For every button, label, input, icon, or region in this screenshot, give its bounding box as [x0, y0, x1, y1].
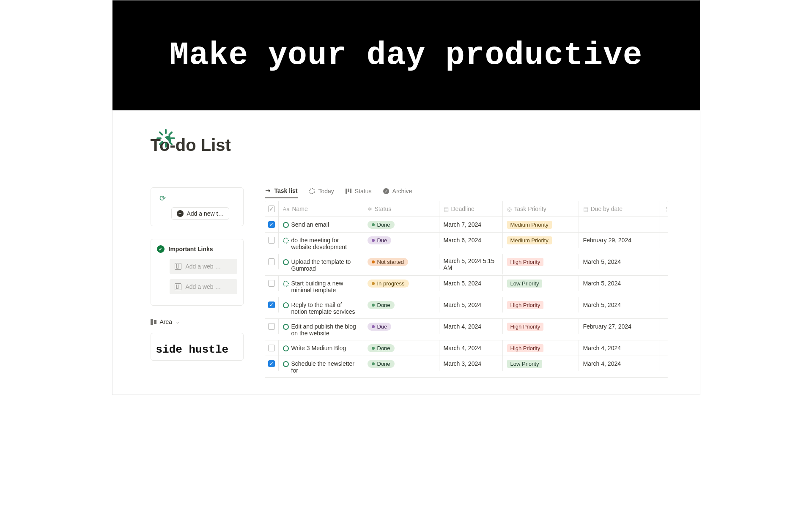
table-row[interactable]: Upload the template to GumroadNot starte…	[265, 254, 668, 276]
col-deadline[interactable]: ▤Deadline	[439, 201, 503, 217]
deadline-text: March 5, 2024	[444, 280, 482, 287]
tab-today[interactable]: Today	[309, 188, 334, 198]
cell-priority[interactable]: High Priority	[503, 254, 579, 269]
due-text: March 5, 2024	[583, 280, 621, 287]
col-status[interactable]: ✲Status	[363, 201, 439, 217]
cell-due[interactable]	[579, 217, 659, 232]
cell-due[interactable]: March 5, 2024	[579, 297, 659, 312]
cell-deadline[interactable]: March 5, 2024 5:15 AM	[439, 254, 503, 274]
target-icon: ◎	[507, 206, 512, 212]
cell-priority[interactable]: Medium Priority	[503, 233, 579, 248]
cell-deadline[interactable]: March 5, 2024	[439, 276, 503, 291]
new-task-card: ⟳ + Add a new t…	[151, 187, 244, 226]
table-row[interactable]: Write 3 Medium BlogDoneMarch 4, 2024High…	[265, 340, 668, 356]
priority-tag: Low Priority	[507, 280, 543, 288]
cell-name[interactable]: Write 3 Medium Blog	[279, 340, 363, 356]
table-row[interactable]: ✓Schedule the newsletter forDoneMarch 3,…	[265, 356, 668, 377]
cell-status[interactable]: Not started	[363, 254, 439, 269]
cell-name[interactable]: Send an email	[279, 217, 363, 232]
cell-spacer	[659, 217, 668, 232]
cell-name[interactable]: Start building a new minimal template	[279, 276, 363, 297]
row-checkbox[interactable]: ✓	[268, 221, 275, 228]
bookmark-placeholder: Add a web …	[186, 263, 221, 270]
table-row[interactable]: Edit and publish the blog on the website…	[265, 319, 668, 340]
cell-spacer	[659, 297, 668, 312]
tab-label: Status	[355, 188, 372, 195]
cell-due[interactable]: February 29, 2024	[579, 233, 659, 248]
add-new-task-button[interactable]: + Add a new t…	[171, 207, 230, 220]
cell-due[interactable]: March 4, 2024	[579, 356, 659, 371]
cell-name[interactable]: Schedule the newsletter for	[279, 356, 363, 377]
col-priority[interactable]: ◎Task Priority	[503, 201, 579, 217]
cell-due[interactable]: February 27, 2024	[579, 319, 659, 334]
cell-name[interactable]: Reply to the mail of notion template ser…	[279, 297, 363, 318]
cell-status[interactable]: In progress	[363, 276, 439, 291]
table-row[interactable]: ✓Reply to the mail of notion template se…	[265, 297, 668, 319]
tab-archive[interactable]: ✓ Archive	[383, 188, 412, 198]
add-web-bookmark-1[interactable]: Add a web …	[170, 259, 237, 274]
cell-deadline[interactable]: March 7, 2024	[439, 217, 503, 232]
view-tabs: ↗ Task list Today Status ✓ Archive	[265, 187, 668, 198]
cell-due[interactable]: March 5, 2024	[579, 276, 659, 291]
cell-status[interactable]: Done	[363, 217, 439, 232]
checkbox-header-icon[interactable]: ✓	[268, 206, 275, 212]
cell-priority[interactable]: Low Priority	[503, 356, 579, 371]
table-row[interactable]: do the meeting for website developmentDu…	[265, 233, 668, 254]
cell-name[interactable]: Upload the template to Gumroad	[279, 254, 363, 275]
tab-label: Task list	[274, 187, 298, 194]
due-text: March 5, 2024	[583, 301, 621, 308]
row-checkbox[interactable]	[268, 280, 275, 287]
row-checkbox[interactable]	[268, 237, 275, 244]
table-row[interactable]: Start building a new minimal templateIn …	[265, 276, 668, 297]
loading-icon: ✲	[368, 206, 372, 212]
more-columns[interactable]: ⋮	[659, 201, 668, 217]
cell-status[interactable]: Done	[363, 340, 439, 356]
cell-due[interactable]: March 4, 2024	[579, 340, 659, 356]
area-view-selector[interactable]: Area ⌄	[151, 318, 244, 325]
col-name[interactable]: AaName	[279, 201, 363, 217]
cell-status[interactable]: Due	[363, 233, 439, 248]
page-title: To-do List	[151, 136, 662, 155]
tab-status[interactable]: Status	[345, 188, 372, 198]
cell-deadline[interactable]: March 3, 2024	[439, 356, 503, 371]
cell-name[interactable]: do the meeting for website development	[279, 233, 363, 254]
cell-priority[interactable]: High Priority	[503, 340, 579, 356]
add-new-task-label: Add a new t…	[187, 210, 224, 217]
cell-priority[interactable]: Medium Priority	[503, 217, 579, 232]
cell-status[interactable]: Done	[363, 297, 439, 312]
side-hustle-card[interactable]: side hustle	[151, 333, 244, 361]
priority-tag: High Priority	[507, 301, 544, 309]
due-text: February 29, 2024	[583, 237, 631, 244]
cell-deadline[interactable]: March 5, 2024	[439, 297, 503, 312]
priority-tag: Low Priority	[507, 360, 543, 368]
table-row[interactable]: ✓Send an emailDoneMarch 7, 2024Medium Pr…	[265, 217, 668, 233]
tab-label: Today	[318, 188, 334, 195]
tab-task-list[interactable]: ↗ Task list	[265, 187, 298, 198]
cell-status[interactable]: Done	[363, 356, 439, 371]
add-web-bookmark-2[interactable]: Add a web …	[170, 279, 237, 294]
row-checkbox[interactable]: ✓	[268, 360, 275, 367]
cell-deadline[interactable]: March 4, 2024	[439, 340, 503, 356]
cell-priority[interactable]: High Priority	[503, 319, 579, 334]
cell-deadline[interactable]: March 4, 2024	[439, 319, 503, 334]
col-due[interactable]: ▤Due by date	[579, 201, 659, 217]
cell-status[interactable]: Due	[363, 319, 439, 334]
status-circle-icon	[283, 259, 289, 265]
cell-due[interactable]: March 5, 2024	[579, 254, 659, 269]
status-pill: Done	[368, 360, 395, 368]
cell-spacer	[659, 254, 668, 269]
dotted-circle-icon	[309, 188, 315, 195]
cell-priority[interactable]: High Priority	[503, 297, 579, 312]
refresh-icon[interactable]: ⟳	[159, 194, 237, 203]
status-pill: Due	[368, 323, 392, 331]
row-checkbox[interactable]	[268, 345, 275, 351]
row-checkbox[interactable]	[268, 258, 275, 265]
deadline-text: March 4, 2024	[444, 345, 482, 351]
status-pill: Due	[368, 236, 392, 244]
row-checkbox[interactable]: ✓	[268, 301, 275, 308]
cell-priority[interactable]: Low Priority	[503, 276, 579, 291]
task-name: Schedule the newsletter for	[291, 360, 359, 374]
row-checkbox[interactable]	[268, 323, 275, 330]
cell-deadline[interactable]: March 6, 2024	[439, 233, 503, 248]
cell-name[interactable]: Edit and publish the blog on the website	[279, 319, 363, 340]
